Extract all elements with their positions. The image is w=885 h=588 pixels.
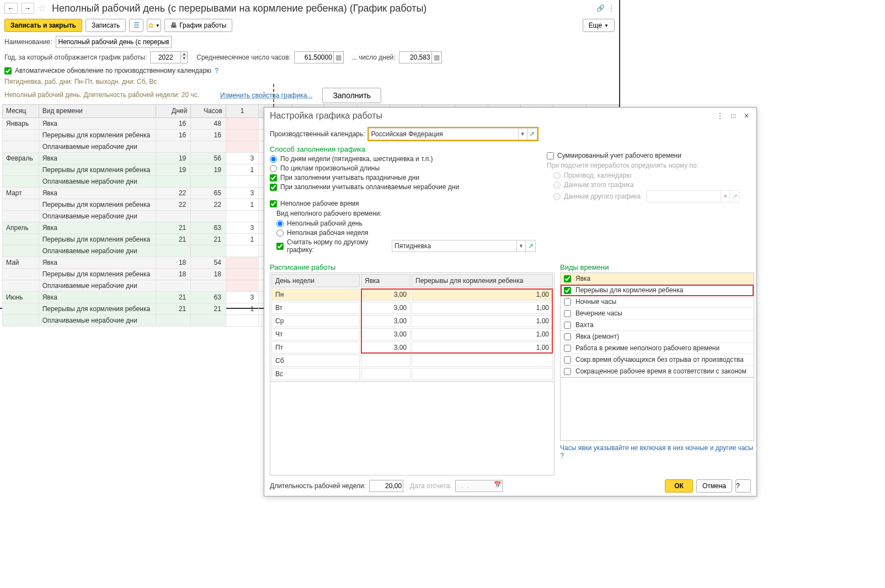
avg-days-input[interactable] [399,51,432,63]
time-type-row[interactable]: Перерывы для кормления ребенка [561,285,754,296]
sched-row[interactable]: Вс [271,368,553,380]
printer-icon: 🖶 [170,22,177,29]
start-date-label: Дата отсчета: [410,482,451,490]
nav-forward-button[interactable]: → [21,3,34,14]
calc-icon[interactable]: ▦ [334,51,344,63]
overtime-label: При подсчете переработок определять норм… [547,162,751,169]
calendar-select[interactable]: Российская Федерация ▼ ↗ [369,128,537,140]
name-input[interactable] [56,36,172,48]
paid-nonwork-checkbox[interactable] [270,184,277,191]
avg-hours-input[interactable] [294,51,334,63]
fill-button[interactable]: Заполнить [322,88,381,103]
year-label: Год, за который отображается график рабо… [4,54,147,61]
by-cycles-radio[interactable] [270,165,277,172]
year-input[interactable] [150,51,181,63]
time-type-checkbox[interactable] [564,310,571,317]
summary-line1: Пятидневка, раб. дни: Пн-Пт, выходн. дни… [0,76,619,88]
change-properties-link[interactable]: Изменить свойства графика... [220,92,312,99]
help-icon[interactable]: ? [560,452,564,459]
week-length-label: Длительность рабочей недели: [270,482,366,490]
year-up-button[interactable]: ▲ [181,52,187,56]
sched-section-title: Расписание работы [270,263,555,271]
help-button[interactable]: ? [735,479,751,493]
schedule-button[interactable]: 🖶График работы [164,19,232,32]
week-length-input[interactable] [369,480,403,492]
time-type-row[interactable]: Явка (ремонт) [561,331,754,343]
year-down-button[interactable]: ▼ [181,56,187,60]
sched-row[interactable]: Сб [271,355,553,367]
time-type-checkbox[interactable] [564,322,571,329]
norm-other-select[interactable]: Пятидневка ▼ ↗ [392,240,536,252]
arrow-annotation [273,84,274,107]
by-days-radio[interactable] [270,156,277,163]
nav-back-button[interactable]: ← [4,3,18,14]
sched-row[interactable]: Ср3,001,00 [271,315,553,327]
time-types-list[interactable]: ЯвкаПерерывы для кормления ребенкаНочные… [560,272,754,378]
col-attendance: Явка [361,274,410,287]
overtime-other-select: ▼ ↗ [646,190,740,202]
open-icon[interactable]: ↗ [525,240,535,252]
time-type-row[interactable]: Вечерние часы [561,308,754,319]
save-button[interactable]: Записать [86,19,126,32]
time-type-checkbox[interactable] [564,287,571,294]
overtime-opt3-radio [553,193,561,200]
calc-icon[interactable]: ▦ [432,51,442,63]
sched-row[interactable]: Вт3,001,00 [271,302,553,314]
schedule-days-table[interactable]: День недели Явка Перерывы для кормления … [270,272,555,382]
time-type-row[interactable]: Явка [561,273,754,285]
list-icon-button[interactable]: ☰ [129,19,143,32]
col-day: День недели [271,274,360,287]
sched-row[interactable]: Пт3,001,00 [271,341,553,354]
calendar-label: Производственный календарь: [270,130,365,138]
open-icon: ↗ [729,191,739,202]
summed-checkbox[interactable] [547,152,554,159]
auto-update-label: Автоматическое обновление по производств… [15,67,211,74]
dropdown-icon[interactable]: ▼ [518,129,527,140]
time-type-row[interactable]: Сокр.время обучающихся без отрыва от про… [561,354,754,366]
time-type-checkbox[interactable] [564,345,571,352]
dropdown-icon[interactable]: ▼ [516,240,525,252]
time-type-checkbox[interactable] [564,333,571,340]
parttime-day-radio[interactable] [276,220,284,227]
save-close-button[interactable]: Записать и закрыть [4,19,82,32]
hint-text: Часы явки указывайте не включая в них но… [560,444,753,452]
list-icon: ☰ [134,22,140,29]
time-type-checkbox[interactable] [564,298,571,306]
link-icon[interactable]: 🔗 [596,4,605,12]
copy-icon-button[interactable]: ⧉▼ [147,19,161,32]
time-type-checkbox[interactable] [564,368,571,375]
col-4: 1 [226,104,258,117]
avg-days-label: ... число дней: [351,54,396,61]
page-title: Неполный рабочий день (с перерывами на к… [52,3,426,14]
time-type-row[interactable]: Ночные часы [561,296,754,308]
parttime-week-radio[interactable] [276,229,284,237]
auto-update-checkbox[interactable] [4,67,12,74]
dialog-menu-icon[interactable]: ⋮ [716,112,724,120]
holidays-checkbox[interactable] [270,174,277,181]
open-icon[interactable]: ↗ [527,129,537,140]
star-icon[interactable]: ☆ [38,2,46,14]
dialog-title: Настройка графика работы [270,111,382,121]
sched-row[interactable]: Чт3,001,00 [271,328,553,340]
ok-button[interactable]: ОК [665,479,693,493]
overtime-opt1-radio [553,172,561,179]
avg-hours-label: Среднемесячное число часов: [196,54,291,61]
types-section-title: Виды времени [560,263,754,271]
copy-icon: ⧉ [148,22,153,29]
time-type-row[interactable]: Вахта [561,319,754,331]
help-icon[interactable]: ? [215,67,218,74]
menu-icon[interactable]: ⋮ [608,4,615,12]
time-type-row[interactable]: Сокращенное рабочее время в соответствии… [561,366,754,377]
time-type-checkbox[interactable] [564,356,571,364]
time-type-row[interactable]: Работа в режиме неполного рабочего време… [561,343,754,354]
summary-line2: Неполный рабочий день. Длительность рабо… [0,89,204,101]
col-break: Перерывы для кормления ребенка [412,274,553,287]
parttime-checkbox[interactable] [270,200,277,207]
dialog-close-icon[interactable]: ✕ [742,112,751,120]
cancel-button[interactable]: Отмена [696,479,732,493]
norm-other-checkbox[interactable] [276,243,284,250]
more-button[interactable]: Еще ▼ [583,19,615,32]
time-type-checkbox[interactable] [564,275,571,282]
dialog-maximize-icon[interactable]: □ [729,112,738,120]
sched-row[interactable]: Пн3,001,00 [271,288,553,301]
